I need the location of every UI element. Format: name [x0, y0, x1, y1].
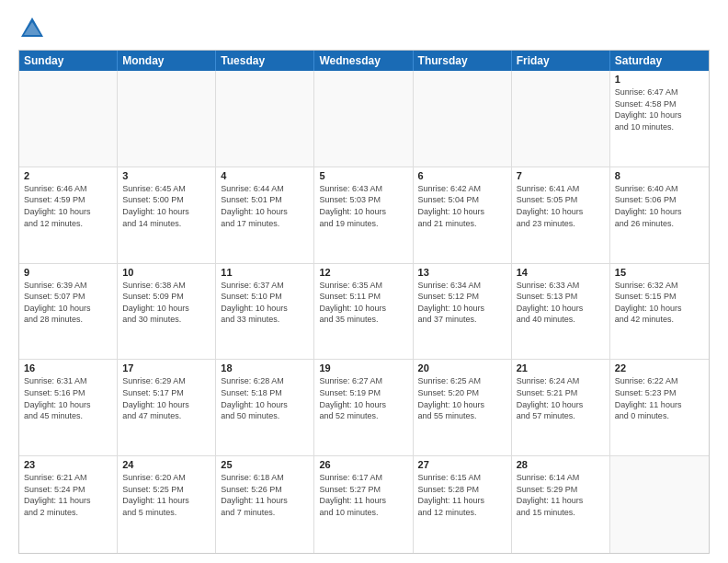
calendar-cell: 15Sunrise: 6:32 AM Sunset: 5:15 PM Dayli… [610, 264, 709, 360]
calendar-cell: 4Sunrise: 6:44 AM Sunset: 5:01 PM Daylig… [216, 167, 314, 263]
calendar-cell: 2Sunrise: 6:46 AM Sunset: 4:59 PM Daylig… [19, 167, 118, 263]
calendar-cell: 24Sunrise: 6:20 AM Sunset: 5:25 PM Dayli… [118, 456, 216, 553]
calendar-cell: 12Sunrise: 6:35 AM Sunset: 5:11 PM Dayli… [314, 264, 413, 360]
calendar-cell: 20Sunrise: 6:25 AM Sunset: 5:20 PM Dayli… [414, 360, 512, 455]
day-number: 8 [615, 170, 704, 181]
calendar-week: 16Sunrise: 6:31 AM Sunset: 5:16 PM Dayli… [19, 360, 709, 456]
day-number: 9 [24, 267, 112, 278]
day-number: 13 [418, 267, 506, 278]
day-number: 17 [122, 362, 210, 373]
calendar-cell: 17Sunrise: 6:29 AM Sunset: 5:17 PM Dayli… [118, 360, 216, 455]
calendar-cell: 5Sunrise: 6:43 AM Sunset: 5:03 PM Daylig… [314, 167, 413, 263]
calendar-week: 9Sunrise: 6:39 AM Sunset: 5:07 PM Daylig… [19, 264, 709, 361]
calendar-cell [610, 456, 709, 553]
calendar-cell [414, 71, 512, 167]
calendar-cell: 9Sunrise: 6:39 AM Sunset: 5:07 PM Daylig… [19, 264, 118, 360]
day-number: 3 [122, 170, 210, 181]
calendar-header-cell: Wednesday [314, 51, 413, 71]
day-number: 28 [517, 459, 605, 470]
day-number: 26 [319, 459, 407, 470]
calendar-cell [19, 71, 118, 167]
calendar-header-cell: Monday [118, 51, 216, 71]
day-info: Sunrise: 6:45 AM Sunset: 5:00 PM Dayligh… [122, 183, 210, 229]
day-info: Sunrise: 6:20 AM Sunset: 5:25 PM Dayligh… [122, 472, 210, 518]
day-number: 5 [319, 170, 407, 181]
calendar: SundayMondayTuesdayWednesdayThursdayFrid… [18, 50, 710, 554]
calendar-cell: 19Sunrise: 6:27 AM Sunset: 5:19 PM Dayli… [314, 360, 413, 455]
calendar-cell: 28Sunrise: 6:14 AM Sunset: 5:29 PM Dayli… [512, 456, 610, 553]
day-info: Sunrise: 6:15 AM Sunset: 5:28 PM Dayligh… [418, 472, 506, 518]
calendar-header: SundayMondayTuesdayWednesdayThursdayFrid… [19, 51, 709, 71]
calendar-cell [314, 71, 413, 167]
calendar-cell [216, 71, 314, 167]
calendar-header-cell: Saturday [610, 51, 709, 71]
calendar-body: 1Sunrise: 6:47 AM Sunset: 4:58 PM Daylig… [19, 71, 709, 553]
day-info: Sunrise: 6:32 AM Sunset: 5:15 PM Dayligh… [615, 280, 704, 326]
calendar-cell [118, 71, 216, 167]
day-number: 12 [319, 267, 407, 278]
calendar-cell: 23Sunrise: 6:21 AM Sunset: 5:24 PM Dayli… [19, 456, 118, 553]
day-info: Sunrise: 6:46 AM Sunset: 4:59 PM Dayligh… [24, 183, 112, 229]
day-info: Sunrise: 6:41 AM Sunset: 5:05 PM Dayligh… [517, 183, 605, 229]
calendar-cell: 10Sunrise: 6:38 AM Sunset: 5:09 PM Dayli… [118, 264, 216, 360]
page: SundayMondayTuesdayWednesdayThursdayFrid… [0, 0, 728, 563]
day-info: Sunrise: 6:42 AM Sunset: 5:04 PM Dayligh… [418, 183, 506, 229]
day-number: 6 [418, 170, 506, 181]
calendar-cell: 8Sunrise: 6:40 AM Sunset: 5:06 PM Daylig… [610, 167, 709, 263]
day-info: Sunrise: 6:39 AM Sunset: 5:07 PM Dayligh… [24, 280, 112, 326]
day-number: 24 [122, 459, 210, 470]
day-number: 25 [221, 459, 309, 470]
calendar-header-cell: Thursday [414, 51, 512, 71]
day-info: Sunrise: 6:17 AM Sunset: 5:27 PM Dayligh… [319, 472, 407, 518]
calendar-cell: 16Sunrise: 6:31 AM Sunset: 5:16 PM Dayli… [19, 360, 118, 455]
calendar-cell: 21Sunrise: 6:24 AM Sunset: 5:21 PM Dayli… [512, 360, 610, 455]
day-number: 20 [418, 362, 506, 373]
day-info: Sunrise: 6:22 AM Sunset: 5:23 PM Dayligh… [615, 375, 704, 421]
day-info: Sunrise: 6:24 AM Sunset: 5:21 PM Dayligh… [517, 375, 605, 421]
calendar-header-cell: Sunday [19, 51, 118, 71]
day-info: Sunrise: 6:25 AM Sunset: 5:20 PM Dayligh… [418, 375, 506, 421]
calendar-cell [512, 71, 610, 167]
day-number: 23 [24, 459, 112, 470]
day-info: Sunrise: 6:34 AM Sunset: 5:12 PM Dayligh… [418, 280, 506, 326]
day-info: Sunrise: 6:21 AM Sunset: 5:24 PM Dayligh… [24, 472, 112, 518]
calendar-cell: 18Sunrise: 6:28 AM Sunset: 5:18 PM Dayli… [216, 360, 314, 455]
logo [18, 15, 50, 42]
day-info: Sunrise: 6:28 AM Sunset: 5:18 PM Dayligh… [221, 375, 309, 421]
day-number: 11 [221, 267, 309, 278]
calendar-cell: 27Sunrise: 6:15 AM Sunset: 5:28 PM Dayli… [414, 456, 512, 553]
day-info: Sunrise: 6:29 AM Sunset: 5:17 PM Dayligh… [122, 375, 210, 421]
calendar-header-cell: Friday [512, 51, 610, 71]
day-number: 15 [615, 267, 704, 278]
day-info: Sunrise: 6:40 AM Sunset: 5:06 PM Dayligh… [615, 183, 704, 229]
day-info: Sunrise: 6:18 AM Sunset: 5:26 PM Dayligh… [221, 472, 309, 518]
day-info: Sunrise: 6:27 AM Sunset: 5:19 PM Dayligh… [319, 375, 407, 421]
day-number: 18 [221, 362, 309, 373]
calendar-week: 23Sunrise: 6:21 AM Sunset: 5:24 PM Dayli… [19, 456, 709, 553]
calendar-cell: 7Sunrise: 6:41 AM Sunset: 5:05 PM Daylig… [512, 167, 610, 263]
calendar-cell: 6Sunrise: 6:42 AM Sunset: 5:04 PM Daylig… [414, 167, 512, 263]
calendar-cell: 1Sunrise: 6:47 AM Sunset: 4:58 PM Daylig… [610, 71, 709, 167]
logo-icon [18, 15, 46, 42]
day-number: 19 [319, 362, 407, 373]
day-info: Sunrise: 6:35 AM Sunset: 5:11 PM Dayligh… [319, 280, 407, 326]
day-info: Sunrise: 6:37 AM Sunset: 5:10 PM Dayligh… [221, 280, 309, 326]
page-header [18, 15, 710, 42]
day-number: 4 [221, 170, 309, 181]
day-number: 22 [615, 362, 704, 373]
day-number: 2 [24, 170, 112, 181]
calendar-header-cell: Tuesday [216, 51, 314, 71]
day-info: Sunrise: 6:47 AM Sunset: 4:58 PM Dayligh… [615, 86, 704, 132]
day-info: Sunrise: 6:31 AM Sunset: 5:16 PM Dayligh… [24, 375, 112, 421]
calendar-cell: 3Sunrise: 6:45 AM Sunset: 5:00 PM Daylig… [118, 167, 216, 263]
calendar-cell: 14Sunrise: 6:33 AM Sunset: 5:13 PM Dayli… [512, 264, 610, 360]
day-number: 1 [615, 74, 704, 85]
calendar-cell: 25Sunrise: 6:18 AM Sunset: 5:26 PM Dayli… [216, 456, 314, 553]
day-number: 7 [517, 170, 605, 181]
calendar-cell: 13Sunrise: 6:34 AM Sunset: 5:12 PM Dayli… [414, 264, 512, 360]
calendar-week: 2Sunrise: 6:46 AM Sunset: 4:59 PM Daylig… [19, 167, 709, 264]
calendar-week: 1Sunrise: 6:47 AM Sunset: 4:58 PM Daylig… [19, 71, 709, 167]
calendar-cell: 22Sunrise: 6:22 AM Sunset: 5:23 PM Dayli… [610, 360, 709, 455]
day-number: 27 [418, 459, 506, 470]
day-info: Sunrise: 6:38 AM Sunset: 5:09 PM Dayligh… [122, 280, 210, 326]
